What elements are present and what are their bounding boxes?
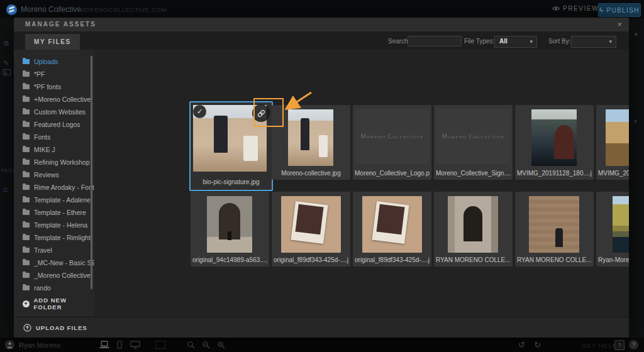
folder-item[interactable]: *PF <box>23 68 94 80</box>
asset-tile[interactable]: Ryan-Moreno-Collective.jpg <box>596 192 629 267</box>
sort-by-label: Sort By: <box>548 38 571 45</box>
folder-icon <box>23 84 30 89</box>
gear-icon[interactable]: ⚙ <box>3 40 9 47</box>
asset-tile[interactable]: Moreno Collective Moreno_Collective_Sign… <box>434 105 513 180</box>
folder-item[interactable]: Template - Rimlight <box>23 231 94 244</box>
folder-label: _Moreno Collective <box>34 272 91 279</box>
folder-icon <box>23 109 30 114</box>
tab-my-files[interactable]: MY FILES <box>25 34 80 50</box>
folder-panel: Uploads *PF *PF fonts +Moreno Collective… <box>14 50 94 317</box>
image-icon[interactable] <box>3 69 11 75</box>
app-logo-icon[interactable] <box>6 4 17 15</box>
asset-filename: original_94c14989-a563....jpg <box>192 256 267 263</box>
modal-body: Uploads *PF *PF fonts +Moreno Collective… <box>14 50 629 317</box>
asset-filename: RYAN MORENO COLLE... .jpg <box>517 256 592 263</box>
logo-wordmark: Moreno Collective <box>360 133 423 140</box>
asset-tile[interactable]: RYAN MORENO COLLE... .jpg <box>515 192 594 267</box>
site-name: Moreno Collective <box>21 5 81 14</box>
asset-tile-selected[interactable]: ✓ bio-pic-signature.jpg <box>189 101 273 191</box>
monitor-view-icon[interactable] <box>130 341 140 349</box>
undo-icon[interactable]: ↺ <box>518 341 525 349</box>
file-types-value: All <box>499 38 508 45</box>
folder-item[interactable]: Rime Arodaky - Fonts <box>23 181 94 194</box>
home-page-icon[interactable]: ⌂ <box>3 185 8 193</box>
zoom-search-icon[interactable] <box>187 341 195 349</box>
add-folder-label: ADD NEW FOLDER <box>34 297 95 311</box>
asset-thumbnail <box>207 196 252 253</box>
phone-view-icon[interactable] <box>117 341 122 349</box>
asset-tile[interactable]: MVIMG_20191128_180....jpg <box>515 105 594 180</box>
folder-item[interactable]: _MC-New - Basic SEO <box>23 256 94 269</box>
selection-bounds-icon[interactable] <box>155 341 165 349</box>
folder-icon <box>23 147 30 152</box>
laptop-view-icon[interactable] <box>99 341 110 349</box>
asset-grid: ✓ bio-pic-signature.jpg Moreno-collectiv… <box>94 50 629 317</box>
asset-tile[interactable]: RYAN MORENO COLLE... .jpg <box>434 192 513 267</box>
modal-title: MANAGE ASSETS <box>25 21 96 28</box>
asset-tile[interactable]: original_94c14989-a563....jpg <box>191 192 269 267</box>
editor-left-rail: ⚙ ✎ PAGE ⌂ <box>0 19 14 338</box>
add-new-folder-button[interactable]: + ADD NEW FOLDER <box>23 297 94 311</box>
eye-icon <box>552 6 560 11</box>
folder-label: Featured Logos <box>34 121 80 128</box>
asset-tile[interactable]: Moreno Collective Moreno_Collective_Logo… <box>353 105 431 180</box>
publish-label: PUBLISH <box>606 7 640 14</box>
get-help-link[interactable]: GET HELP <box>582 342 617 349</box>
pencil-icon[interactable]: ✎ <box>3 59 9 67</box>
chevron-down-icon: ▾ <box>530 38 533 45</box>
help-docs-icon[interactable]: ? <box>614 340 625 350</box>
folder-item[interactable]: Fonts <box>23 131 94 143</box>
sort-by-select[interactable]: ▾ <box>571 36 616 48</box>
asset-tile[interactable]: MVIMG_20191201_155....jpg <box>596 105 629 180</box>
folder-item[interactable]: Template - Helena <box>23 219 94 231</box>
publish-button[interactable]: ϟ PUBLISH <box>598 3 641 17</box>
upload-files-button[interactable]: UPLOAD FILES <box>14 317 629 338</box>
folder-item[interactable]: Template - Adalene <box>23 194 94 206</box>
file-types-select[interactable]: All ▾ <box>494 36 537 48</box>
folder-label: Refining Workshop <box>34 158 90 166</box>
folder-item[interactable]: Travel <box>23 244 94 256</box>
folder-item[interactable]: Custom Websites <box>23 106 94 118</box>
add-panel-icon[interactable]: + <box>634 30 638 39</box>
folder-icon <box>23 248 30 253</box>
close-icon[interactable]: × <box>617 19 622 29</box>
asset-filename: bio-pic-signature.jpg <box>192 179 270 185</box>
folder-item[interactable]: rando <box>23 282 94 294</box>
asset-thumbnail <box>613 196 629 253</box>
folder-scrollbar[interactable] <box>91 56 92 289</box>
folder-item-uploads[interactable]: Uploads <box>23 55 94 68</box>
zoom-in-icon[interactable] <box>217 341 225 349</box>
zoom-out-icon[interactable] <box>202 341 210 349</box>
asset-thumbnail <box>448 196 498 253</box>
asset-tile[interactable]: original_f89df343-425d-....jpg <box>272 192 350 267</box>
folder-label: *PF <box>34 70 45 78</box>
folder-item[interactable]: _Moreno Collective <box>23 269 94 282</box>
manage-assets-modal: MANAGE ASSETS × MY FILES Search: File Ty… <box>14 18 629 338</box>
redo-icon[interactable]: ↻ <box>534 341 541 349</box>
search-input[interactable] <box>408 36 462 47</box>
folder-item[interactable]: Reviews <box>23 168 94 181</box>
folder-item[interactable]: Featured Logos <box>23 118 94 131</box>
folder-item[interactable]: Template - Ethere <box>23 206 94 219</box>
lightning-icon: ϟ <box>599 6 604 14</box>
preview-button[interactable]: PREVIEW <box>552 5 599 12</box>
folder-label: MIKE J <box>34 146 55 153</box>
folder-label: Travel <box>34 246 52 254</box>
selected-check-icon[interactable]: ✓ <box>193 105 206 118</box>
user-name: Ryan Moreno <box>19 341 60 349</box>
asset-tile[interactable]: original_f89df343-425d-....jpg <box>353 192 431 267</box>
avatar[interactable] <box>5 340 14 349</box>
folder-item[interactable]: MIKE J <box>23 143 94 156</box>
help-chat-icon[interactable]: ? <box>629 340 638 349</box>
folder-label: +Moreno Collective <box>34 96 91 103</box>
asset-filename: MVIMG_20191201_155....jpg <box>598 170 629 177</box>
folder-label: Template - Ethere <box>34 209 86 216</box>
asset-thumbnail: Moreno Collective <box>355 109 429 164</box>
folder-label: rando <box>34 284 51 292</box>
folder-icon <box>23 59 30 64</box>
folder-item[interactable]: Refining Workshop <box>23 156 94 168</box>
folder-item[interactable]: *PF fonts <box>23 80 94 93</box>
folder-item[interactable]: +Moreno Collective <box>23 93 94 106</box>
folder-icon <box>23 260 30 265</box>
file-types-label: File Types: <box>464 38 494 45</box>
